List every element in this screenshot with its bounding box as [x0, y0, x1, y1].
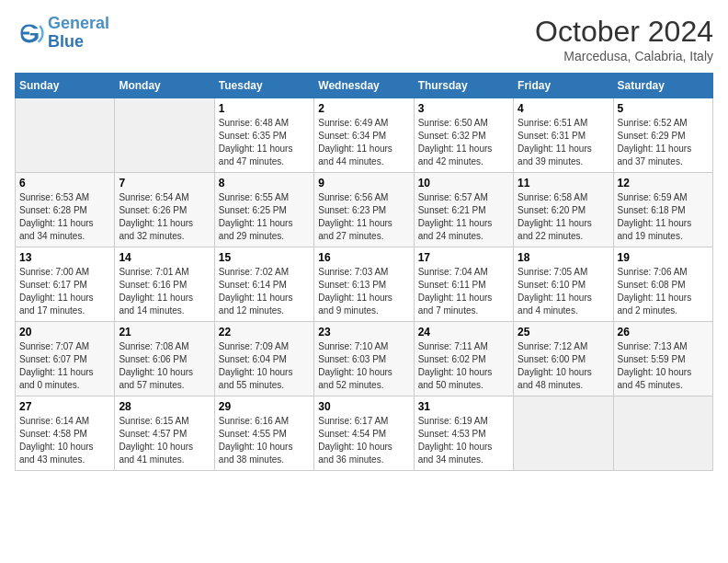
calendar-cell: 4Sunrise: 6:51 AM Sunset: 6:31 PM Daylig…	[514, 98, 613, 173]
day-info: Sunrise: 6:49 AM Sunset: 6:34 PM Dayligh…	[318, 117, 409, 168]
calendar-cell: 17Sunrise: 7:04 AM Sunset: 6:11 PM Dayli…	[414, 247, 513, 322]
day-number: 16	[318, 251, 409, 264]
calendar-cell: 27Sunrise: 6:14 AM Sunset: 4:58 PM Dayli…	[16, 396, 115, 471]
day-info: Sunrise: 7:08 AM Sunset: 6:06 PM Dayligh…	[119, 340, 210, 392]
weekday-saturday: Saturday	[613, 74, 712, 98]
day-info: Sunrise: 7:06 AM Sunset: 6:08 PM Dayligh…	[618, 266, 709, 317]
day-number: 19	[618, 251, 709, 264]
day-info: Sunrise: 6:15 AM Sunset: 4:57 PM Dayligh…	[119, 415, 210, 466]
calendar-cell: 18Sunrise: 7:05 AM Sunset: 6:10 PM Dayli…	[514, 247, 613, 322]
day-info: Sunrise: 6:53 AM Sunset: 6:28 PM Dayligh…	[19, 191, 110, 243]
day-info: Sunrise: 7:04 AM Sunset: 6:11 PM Dayligh…	[418, 266, 509, 317]
week-row-2: 6Sunrise: 6:53 AM Sunset: 6:28 PM Daylig…	[16, 173, 713, 247]
day-number: 3	[418, 102, 509, 115]
calendar-cell: 8Sunrise: 6:55 AM Sunset: 6:25 PM Daylig…	[214, 173, 313, 247]
day-number: 9	[318, 177, 409, 190]
weekday-wednesday: Wednesday	[314, 74, 414, 98]
week-row-4: 20Sunrise: 7:07 AM Sunset: 6:07 PM Dayli…	[16, 322, 713, 396]
calendar-cell: 15Sunrise: 7:02 AM Sunset: 6:14 PM Dayli…	[214, 247, 313, 322]
day-info: Sunrise: 6:57 AM Sunset: 6:21 PM Dayligh…	[418, 191, 509, 243]
day-number: 23	[318, 326, 409, 339]
calendar-cell: 23Sunrise: 7:10 AM Sunset: 6:03 PM Dayli…	[314, 322, 414, 396]
calendar-cell: 6Sunrise: 6:53 AM Sunset: 6:28 PM Daylig…	[16, 173, 115, 247]
day-info: Sunrise: 7:11 AM Sunset: 6:02 PM Dayligh…	[418, 340, 509, 392]
day-number: 28	[119, 400, 210, 413]
day-info: Sunrise: 6:58 AM Sunset: 6:20 PM Dayligh…	[518, 191, 609, 243]
day-info: Sunrise: 6:19 AM Sunset: 4:53 PM Dayligh…	[418, 415, 509, 466]
day-number: 17	[418, 251, 509, 264]
location-title: Marcedusa, Calabria, Italy	[535, 49, 713, 63]
calendar-cell: 16Sunrise: 7:03 AM Sunset: 6:13 PM Dayli…	[314, 247, 414, 322]
logo-icon	[15, 18, 44, 48]
calendar-cell: 24Sunrise: 7:11 AM Sunset: 6:02 PM Dayli…	[414, 322, 513, 396]
day-info: Sunrise: 7:05 AM Sunset: 6:10 PM Dayligh…	[518, 266, 609, 317]
calendar-cell	[514, 396, 613, 471]
calendar-table: SundayMondayTuesdayWednesdayThursdayFrid…	[15, 73, 713, 471]
day-number: 7	[119, 177, 210, 190]
calendar-cell: 31Sunrise: 6:19 AM Sunset: 4:53 PM Dayli…	[414, 396, 513, 471]
page-header: General Blue October 2024 Marcedusa, Cal…	[15, 15, 713, 63]
day-number: 31	[418, 400, 509, 413]
day-number: 14	[119, 251, 210, 264]
day-number: 10	[418, 177, 509, 190]
calendar-cell: 2Sunrise: 6:49 AM Sunset: 6:34 PM Daylig…	[314, 98, 414, 173]
day-info: Sunrise: 6:52 AM Sunset: 6:29 PM Dayligh…	[618, 117, 709, 168]
weekday-header-row: SundayMondayTuesdayWednesdayThursdayFrid…	[16, 74, 713, 98]
week-row-3: 13Sunrise: 7:00 AM Sunset: 6:17 PM Dayli…	[16, 247, 713, 322]
day-number: 20	[19, 326, 110, 339]
calendar-cell: 21Sunrise: 7:08 AM Sunset: 6:06 PM Dayli…	[115, 322, 214, 396]
logo: General Blue	[15, 15, 109, 52]
day-number: 29	[219, 400, 310, 413]
day-info: Sunrise: 6:16 AM Sunset: 4:55 PM Dayligh…	[219, 415, 310, 466]
calendar-cell: 7Sunrise: 6:54 AM Sunset: 6:26 PM Daylig…	[115, 173, 214, 247]
day-info: Sunrise: 7:03 AM Sunset: 6:13 PM Dayligh…	[318, 266, 409, 317]
day-info: Sunrise: 6:56 AM Sunset: 6:23 PM Dayligh…	[318, 191, 409, 243]
day-number: 15	[219, 251, 310, 264]
day-number: 1	[219, 102, 310, 115]
calendar-cell: 12Sunrise: 6:59 AM Sunset: 6:18 PM Dayli…	[613, 173, 712, 247]
calendar-cell	[613, 396, 712, 471]
calendar-cell: 3Sunrise: 6:50 AM Sunset: 6:32 PM Daylig…	[414, 98, 513, 173]
day-info: Sunrise: 7:12 AM Sunset: 6:00 PM Dayligh…	[518, 340, 609, 392]
weekday-tuesday: Tuesday	[214, 74, 313, 98]
day-number: 12	[618, 177, 709, 190]
day-number: 25	[518, 326, 609, 339]
day-info: Sunrise: 7:13 AM Sunset: 5:59 PM Dayligh…	[618, 340, 709, 392]
day-info: Sunrise: 6:48 AM Sunset: 6:35 PM Dayligh…	[219, 117, 310, 168]
day-number: 30	[318, 400, 409, 413]
day-info: Sunrise: 7:00 AM Sunset: 6:17 PM Dayligh…	[19, 266, 110, 317]
day-number: 13	[19, 251, 110, 264]
weekday-monday: Monday	[115, 74, 214, 98]
calendar-cell	[115, 98, 214, 173]
week-row-1: 1Sunrise: 6:48 AM Sunset: 6:35 PM Daylig…	[16, 98, 713, 173]
calendar-cell: 9Sunrise: 6:56 AM Sunset: 6:23 PM Daylig…	[314, 173, 414, 247]
calendar-cell: 29Sunrise: 6:16 AM Sunset: 4:55 PM Dayli…	[214, 396, 313, 471]
day-number: 22	[219, 326, 310, 339]
calendar-cell	[16, 98, 115, 173]
day-info: Sunrise: 6:55 AM Sunset: 6:25 PM Dayligh…	[219, 191, 310, 243]
logo-text: General Blue	[48, 15, 109, 52]
day-info: Sunrise: 6:59 AM Sunset: 6:18 PM Dayligh…	[618, 191, 709, 243]
day-number: 21	[119, 326, 210, 339]
day-info: Sunrise: 7:01 AM Sunset: 6:16 PM Dayligh…	[119, 266, 210, 317]
day-number: 8	[219, 177, 310, 190]
title-block: October 2024 Marcedusa, Calabria, Italy	[535, 15, 713, 63]
calendar-cell: 13Sunrise: 7:00 AM Sunset: 6:17 PM Dayli…	[16, 247, 115, 322]
weekday-friday: Friday	[514, 74, 613, 98]
day-number: 11	[518, 177, 609, 190]
day-info: Sunrise: 7:07 AM Sunset: 6:07 PM Dayligh…	[19, 340, 110, 392]
week-row-5: 27Sunrise: 6:14 AM Sunset: 4:58 PM Dayli…	[16, 396, 713, 471]
day-info: Sunrise: 7:10 AM Sunset: 6:03 PM Dayligh…	[318, 340, 409, 392]
day-info: Sunrise: 6:54 AM Sunset: 6:26 PM Dayligh…	[119, 191, 210, 243]
calendar-cell: 25Sunrise: 7:12 AM Sunset: 6:00 PM Dayli…	[514, 322, 613, 396]
day-number: 2	[318, 102, 409, 115]
day-number: 4	[518, 102, 609, 115]
month-title: October 2024	[535, 15, 713, 49]
calendar-cell: 20Sunrise: 7:07 AM Sunset: 6:07 PM Dayli…	[16, 322, 115, 396]
day-number: 18	[518, 251, 609, 264]
calendar-cell: 10Sunrise: 6:57 AM Sunset: 6:21 PM Dayli…	[414, 173, 513, 247]
day-number: 27	[19, 400, 110, 413]
calendar-cell: 5Sunrise: 6:52 AM Sunset: 6:29 PM Daylig…	[613, 98, 712, 173]
calendar-cell: 19Sunrise: 7:06 AM Sunset: 6:08 PM Dayli…	[613, 247, 712, 322]
day-number: 26	[618, 326, 709, 339]
